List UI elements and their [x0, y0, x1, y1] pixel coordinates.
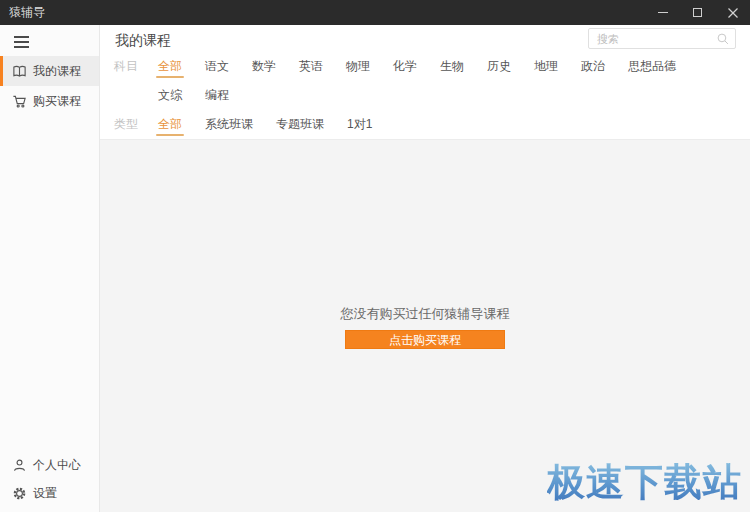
minimize-icon	[658, 12, 668, 13]
person-icon	[12, 458, 27, 473]
sidebar-item-personal-center[interactable]: 个人中心	[0, 451, 99, 479]
empty-state: 您没有购买过任何猿辅导课程 点击购买课程	[100, 305, 750, 349]
hamburger-icon	[14, 36, 29, 38]
subject-tab[interactable]: 地理	[534, 52, 558, 81]
cart-icon	[12, 94, 27, 109]
search-icon	[716, 32, 730, 46]
page-title: 我的课程	[115, 32, 171, 50]
subject-tab[interactable]: 物理	[346, 52, 370, 81]
window-controls	[645, 0, 750, 25]
subject-tab[interactable]: 生物	[440, 52, 464, 81]
subject-tabs: 全部语文数学英语物理化学生物历史地理政治思想品德文综编程	[158, 52, 750, 110]
subject-tab[interactable]: 编程	[205, 81, 229, 110]
main-panel: 我的课程 科目 全部语文数学英语物理化学生物历史地理政治思想品德文综编程	[100, 25, 750, 512]
maximize-button[interactable]	[680, 0, 715, 25]
header-section: 我的课程 科目 全部语文数学英语物理化学生物历史地理政治思想品德文综编程	[100, 25, 750, 140]
search-box	[588, 28, 736, 49]
content-area: 您没有购买过任何猿辅导课程 点击购买课程 极速下载站	[100, 140, 750, 512]
watermark: 极速下载站	[547, 457, 742, 508]
subject-tab[interactable]: 政治	[581, 52, 605, 81]
sidebar-item-label: 个人中心	[33, 457, 81, 474]
subject-tab[interactable]: 数学	[252, 52, 276, 81]
maximize-icon	[693, 8, 702, 17]
minimize-button[interactable]	[645, 0, 680, 25]
type-tab[interactable]: 专题班课	[276, 110, 324, 139]
book-icon	[12, 64, 27, 79]
sidebar-footer: 个人中心 设置	[0, 451, 99, 507]
empty-state-message: 您没有购买过任何猿辅导课程	[100, 305, 750, 323]
app-window: 猿辅导	[0, 0, 750, 512]
sidebar-item-label: 设置	[33, 485, 57, 502]
sidebar-item-label: 我的课程	[33, 63, 81, 80]
subject-tab[interactable]: 思想品德	[628, 52, 676, 81]
titlebar: 猿辅导	[0, 0, 750, 25]
subject-tab[interactable]: 英语	[299, 52, 323, 81]
type-tab[interactable]: 系统班课	[205, 110, 253, 139]
type-filter-label: 类型	[114, 110, 158, 139]
subject-filter-row: 科目 全部语文数学英语物理化学生物历史地理政治思想品德文综编程	[100, 52, 750, 110]
type-tabs: 全部系统班课专题班课1对1	[158, 110, 750, 139]
subject-tab[interactable]: 语文	[205, 52, 229, 81]
subject-filter-label: 科目	[114, 52, 158, 110]
close-button[interactable]	[715, 0, 750, 25]
subject-tab[interactable]: 全部	[158, 52, 182, 81]
subject-tab[interactable]: 历史	[487, 52, 511, 81]
subject-tab[interactable]: 文综	[158, 81, 182, 110]
gear-icon	[12, 486, 27, 501]
search-input[interactable]	[589, 30, 735, 49]
sidebar-item-settings[interactable]: 设置	[0, 479, 99, 507]
sidebar-item-buy-courses[interactable]: 购买课程	[0, 86, 99, 116]
type-tab[interactable]: 1对1	[347, 110, 372, 139]
type-filter-row: 类型 全部系统班课专题班课1对1	[100, 110, 750, 139]
sidebar-item-label: 购买课程	[33, 93, 81, 110]
sidebar-item-my-courses[interactable]: 我的课程	[0, 56, 99, 86]
close-icon	[728, 8, 738, 18]
sidebar: 我的课程 购买课程	[0, 25, 100, 512]
type-tab[interactable]: 全部	[158, 110, 182, 139]
buy-courses-button[interactable]: 点击购买课程	[345, 330, 505, 349]
app-title: 猿辅导	[0, 4, 645, 21]
menu-toggle-button[interactable]	[0, 25, 99, 56]
subject-tab[interactable]: 化学	[393, 52, 417, 81]
